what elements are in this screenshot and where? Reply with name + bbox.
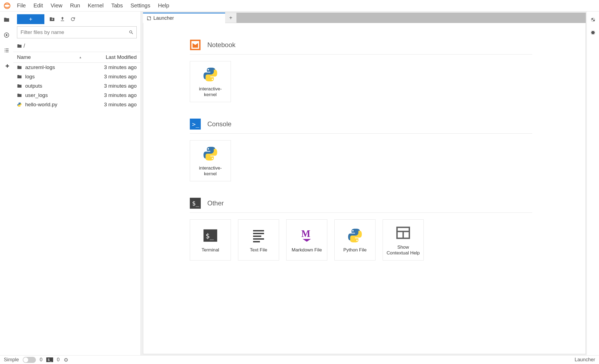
tab-title: Launcher <box>153 15 174 21</box>
kernels-count[interactable]: 0 <box>57 357 60 363</box>
main-dock: Launcher + Notebookinteractive-kernel>_C… <box>141 12 587 355</box>
menu-kernel[interactable]: Kernel <box>84 1 107 10</box>
folder-icon <box>17 84 22 88</box>
card-row: $_TerminalText FileMMarkdown FilePython … <box>190 219 586 260</box>
python-logo-icon <box>346 227 364 244</box>
card-label: Python File <box>343 247 366 253</box>
card-label: Text File <box>250 247 267 253</box>
file-modified: 3 minutes ago <box>87 64 137 70</box>
tabbar: Launcher + <box>143 13 586 23</box>
file-row[interactable]: logs3 minutes ago <box>13 72 141 81</box>
section-title: Console <box>207 120 231 128</box>
menu-view[interactable]: View <box>47 1 66 10</box>
file-list: azureml-logs3 minutes agologs3 minutes a… <box>13 63 141 355</box>
debugger-icon[interactable] <box>590 30 596 36</box>
file-modified: 3 minutes ago <box>87 92 137 98</box>
file-name: azureml-logs <box>25 64 87 70</box>
launcher-card[interactable]: interactive-kernel <box>190 61 231 102</box>
menu-run[interactable]: Run <box>66 1 84 10</box>
menu-settings[interactable]: Settings <box>127 1 154 10</box>
file-name: user_logs <box>25 92 87 98</box>
new-launcher-button[interactable] <box>17 14 44 24</box>
card-label: Terminal <box>202 247 219 253</box>
svg-text:M: M <box>301 228 310 239</box>
tab-launcher[interactable]: Launcher <box>143 13 225 23</box>
folder-icon <box>17 65 22 70</box>
file-list-headers: Name ▲ Last Modified <box>13 52 141 63</box>
launcher-card[interactable]: Python File <box>334 219 376 260</box>
svg-text:>_: >_ <box>192 121 199 128</box>
file-name: outputs <box>25 83 87 89</box>
console-section-icon: >_ <box>190 119 201 130</box>
context-help-icon <box>394 224 412 242</box>
new-tab-button[interactable]: + <box>225 13 237 23</box>
svg-rect-2 <box>6 34 7 36</box>
file-row[interactable]: hello-world.py3 minutes ago <box>13 100 141 109</box>
filter-input-wrap <box>17 26 137 38</box>
card-label: Markdown File <box>292 247 322 253</box>
refresh-icon[interactable] <box>70 16 76 22</box>
property-inspector-icon[interactable] <box>590 16 596 23</box>
file-row[interactable]: user_logs3 minutes ago <box>13 91 141 100</box>
folder-icon[interactable] <box>3 16 10 23</box>
menubar: File Edit View Run Kernel Tabs Settings … <box>0 0 599 12</box>
launcher-tab-icon <box>147 16 151 21</box>
file-row[interactable]: azureml-logs3 minutes ago <box>13 63 141 72</box>
file-row[interactable]: outputs3 minutes ago <box>13 81 141 91</box>
svg-text:$_: $_ <box>192 200 199 207</box>
menu-help[interactable]: Help <box>154 1 173 10</box>
card-row: interactive-kernel <box>190 140 586 181</box>
terminal-dark-icon: $_ <box>202 227 219 244</box>
jupyter-logo-icon <box>3 2 11 10</box>
section-header: Notebook <box>190 39 532 55</box>
launcher-card[interactable]: interactive-kernel <box>190 140 231 181</box>
menu-file[interactable]: File <box>13 1 30 10</box>
folder-icon <box>17 74 22 79</box>
launcher-card[interactable]: MMarkdown File <box>286 219 327 260</box>
file-name: logs <box>25 74 87 80</box>
terminal-badge-icon[interactable]: $_ <box>46 357 53 362</box>
col-modified-header[interactable]: Last Modified <box>87 54 137 60</box>
section-title: Other <box>207 199 224 207</box>
launcher-section-other: $_Other$_TerminalText FileMMarkdown File… <box>190 198 586 260</box>
col-name-header[interactable]: Name ▲ <box>17 54 87 60</box>
python-file-icon <box>17 102 22 107</box>
kernel-chip-icon[interactable] <box>64 357 68 362</box>
shell: / Name ▲ Last Modified azureml-logs3 min… <box>0 12 599 355</box>
breadcrumb[interactable]: / <box>13 41 141 52</box>
other-section-icon: $_ <box>190 198 201 209</box>
file-browser: / Name ▲ Last Modified azureml-logs3 min… <box>13 12 141 355</box>
statusbar: Simple 0 $_ 0 Launcher <box>0 355 599 364</box>
python-logo-icon <box>202 145 219 162</box>
extensions-icon[interactable] <box>3 62 10 69</box>
svg-text:$_: $_ <box>206 232 214 240</box>
svg-point-16 <box>593 20 595 21</box>
sort-asc-icon: ▲ <box>79 56 82 59</box>
upload-icon[interactable] <box>60 16 65 22</box>
menu-edit[interactable]: Edit <box>30 1 47 10</box>
launcher-card[interactable]: $_Terminal <box>190 219 231 260</box>
terminals-count[interactable]: 0 <box>40 357 42 363</box>
svg-point-15 <box>592 18 593 20</box>
simple-mode-toggle[interactable] <box>23 357 36 363</box>
file-modified: 3 minutes ago <box>87 74 137 80</box>
new-folder-icon[interactable] <box>49 16 55 22</box>
file-name: hello-world.py <box>25 102 87 108</box>
folder-icon <box>17 44 22 48</box>
section-header: $_Other <box>190 198 532 213</box>
svg-rect-17 <box>65 359 67 361</box>
statusbar-right: Launcher <box>575 357 595 363</box>
menu-tabs[interactable]: Tabs <box>107 1 127 10</box>
file-modified: 3 minutes ago <box>87 83 137 89</box>
toc-icon[interactable] <box>3 47 10 54</box>
python-logo-icon <box>202 66 219 83</box>
launcher-section-console: >_Consoleinteractive-kernel <box>190 119 586 181</box>
launcher-card[interactable]: Show Contextual Help <box>383 219 424 260</box>
section-title: Notebook <box>207 41 236 49</box>
running-icon[interactable] <box>3 32 10 38</box>
markdown-icon: M <box>298 227 316 244</box>
search-icon <box>129 30 134 35</box>
launcher-card[interactable]: Text File <box>238 219 279 260</box>
filter-input[interactable] <box>17 27 136 38</box>
launcher-body: Notebookinteractive-kernel>_Consoleinter… <box>143 23 586 354</box>
